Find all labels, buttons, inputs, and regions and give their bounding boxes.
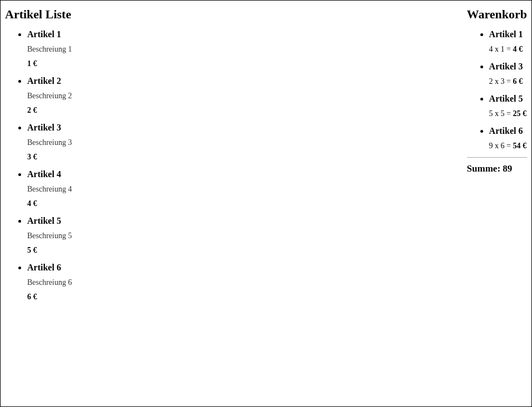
article-description: Beschreiung 6 [27, 278, 72, 287]
article-price: 1 € [27, 59, 72, 68]
article-list-item: Artikel 6 Beschreiung 6 6 € [27, 263, 72, 302]
cart-item-total: 25 € [513, 109, 527, 118]
article-description: Beschreiung 4 [27, 185, 72, 194]
article-list-panel: Artikel Liste Artikel 1 Beschreiung 1 1 … [3, 3, 74, 404]
cart-panel: Warenkorb Artikel 1 4 x 1 = 4 € Artikel … [465, 3, 529, 404]
cart-item-name: Artikel 1 [489, 29, 527, 39]
article-list-item: Artikel 2 Beschreiung 2 2 € [27, 76, 72, 115]
cart-sum-value: 89 [503, 163, 512, 174]
article-description: Beschreiung 2 [27, 92, 72, 101]
article-list-item: Artikel 1 Beschreiung 1 1 € [27, 29, 72, 68]
cart-item-calc: 4 x 1 = 4 € [489, 45, 527, 54]
article-price: 2 € [27, 106, 72, 115]
cart-item-calc: 2 x 3 = 6 € [489, 77, 527, 86]
article-list: Artikel 1 Beschreiung 1 1 € Artikel 2 Be… [5, 29, 72, 302]
cart-item-total: 4 € [513, 45, 523, 53]
cart-item-total: 6 € [513, 77, 523, 86]
article-description: Beschreiung 5 [27, 232, 72, 240]
article-price: 6 € [27, 293, 72, 302]
cart-divider [467, 157, 527, 158]
article-price: 5 € [27, 246, 72, 255]
article-price: 4 € [27, 199, 72, 208]
cart-sum-label: Summe: [467, 163, 500, 174]
cart-item-calc: 9 x 6 = 54 € [489, 142, 527, 150]
article-name: Artikel 6 [27, 263, 72, 273]
cart-item-name: Artikel 3 [489, 62, 527, 72]
cart-list-item: Artikel 1 4 x 1 = 4 € [489, 29, 527, 54]
cart-list-item: Artikel 6 9 x 6 = 54 € [489, 126, 527, 150]
cart-list: Artikel 1 4 x 1 = 4 € Artikel 3 2 x 3 = … [467, 29, 527, 150]
article-name: Artikel 5 [27, 216, 72, 226]
cart-sum: Summe: 89 [467, 163, 527, 174]
cart-item-qty: 5 [489, 109, 493, 118]
cart-item-unit: 1 [501, 45, 505, 53]
article-description: Beschreiung 1 [27, 45, 72, 54]
cart-item-qty: 4 [489, 45, 493, 53]
cart-item-unit: 3 [501, 77, 505, 86]
article-name: Artikel 3 [27, 123, 72, 133]
article-list-title: Artikel Liste [5, 7, 72, 22]
cart-item-total: 54 € [513, 142, 527, 150]
cart-item-name: Artikel 5 [489, 94, 527, 104]
article-description: Beschreiung 3 [27, 138, 72, 147]
cart-title: Warenkorb [467, 7, 527, 22]
cart-item-unit: 6 [501, 142, 505, 150]
cart-item-qty: 2 [489, 77, 493, 86]
article-name: Artikel 2 [27, 76, 72, 86]
cart-list-item: Artikel 3 2 x 3 = 6 € [489, 62, 527, 86]
article-list-item: Artikel 4 Beschreiung 4 4 € [27, 169, 72, 208]
cart-item-qty: 9 [489, 142, 493, 150]
article-name: Artikel 4 [27, 169, 72, 179]
cart-item-unit: 5 [501, 109, 505, 118]
article-list-item: Artikel 3 Beschreiung 3 3 € [27, 123, 72, 162]
cart-item-name: Artikel 6 [489, 126, 527, 136]
cart-item-calc: 5 x 5 = 25 € [489, 109, 527, 118]
cart-list-item: Artikel 5 5 x 5 = 25 € [489, 94, 527, 118]
article-price: 3 € [27, 153, 72, 162]
article-name: Artikel 1 [27, 29, 72, 39]
article-list-item: Artikel 5 Beschreiung 5 5 € [27, 216, 72, 255]
